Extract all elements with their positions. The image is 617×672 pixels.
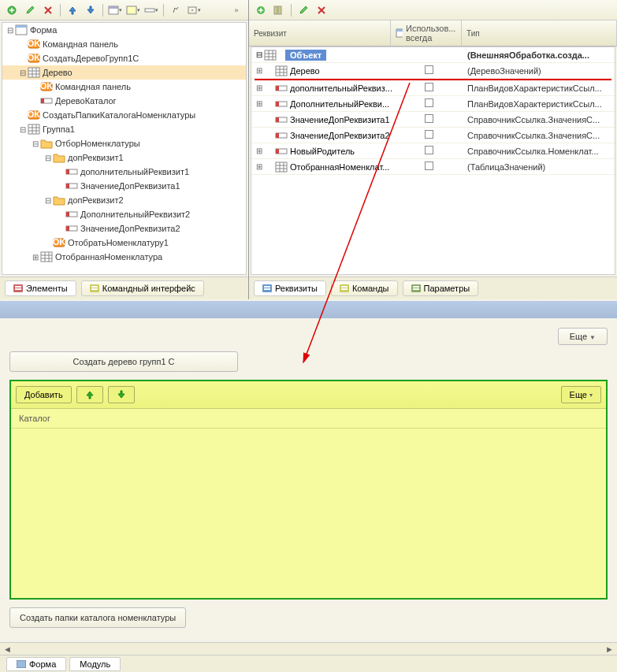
svg-rect-39 xyxy=(41,252,52,262)
expand-icon[interactable]: ⊟ xyxy=(18,125,28,134)
tab-elements[interactable]: Элементы xyxy=(5,280,76,296)
attribute-row[interactable]: ⊞ДополнительныйРекви...ПланВидовХарактер… xyxy=(251,96,615,112)
tool1-icon[interactable] xyxy=(168,2,184,18)
tree-item[interactable]: ⊟допРеквизит2 xyxy=(2,193,246,207)
expand-icon[interactable]: ⊟ xyxy=(6,26,15,35)
columns-icon[interactable] xyxy=(271,2,287,18)
chevron-icon[interactable]: » xyxy=(229,2,244,18)
panel1-icon[interactable]: ▾ xyxy=(107,2,123,18)
checkbox[interactable] xyxy=(425,162,433,170)
scroll-left-icon[interactable]: ◄ xyxy=(0,644,15,654)
svg-rect-87 xyxy=(413,286,419,288)
tab-label: Форма xyxy=(29,659,56,669)
add-button[interactable]: Добавить xyxy=(16,386,72,403)
col-type[interactable]: Тип xyxy=(462,20,617,46)
add-icon[interactable] xyxy=(4,2,20,18)
tree-item[interactable]: ·OKСоздатьДеревоГрупп1С xyxy=(2,51,246,65)
svg-rect-45 xyxy=(15,286,21,288)
delete-icon[interactable] xyxy=(40,2,56,18)
tab-command-interface[interactable]: Командный интерфейс xyxy=(81,280,204,296)
svg-rect-82 xyxy=(264,288,270,290)
expand-icon[interactable]: ⊟ xyxy=(43,154,53,162)
scroll-right-icon[interactable]: ► xyxy=(602,644,617,654)
col-use-always[interactable]: Использов... всегда xyxy=(391,20,462,46)
attribute-row[interactable]: ⊞Дерево(ДеревоЗначений) xyxy=(251,63,615,79)
tree-item[interactable]: ⊟допРеквизит1 xyxy=(2,150,246,165)
col-attribute[interactable]: Реквизит xyxy=(249,20,391,46)
attribute-row[interactable]: ⊞дополнительныйРеквиз...ПланВидовХаракте… xyxy=(251,80,615,96)
edit-icon[interactable] xyxy=(22,2,38,18)
tab-attributes[interactable]: Реквизиты xyxy=(254,280,326,296)
tree-label: Форма xyxy=(30,25,57,35)
expand-icon[interactable]: ⊞ xyxy=(255,84,264,92)
tree-item[interactable]: ·дополнительныйРеквизит1 xyxy=(2,165,246,179)
field-icon xyxy=(65,180,78,191)
checkbox[interactable] xyxy=(425,114,433,123)
tool2-icon[interactable]: ▾ xyxy=(186,2,202,18)
tab-commands[interactable]: Команды xyxy=(331,280,398,296)
checkbox[interactable] xyxy=(425,146,433,154)
attribute-row[interactable]: ⊟Объект(ВнешняяОбработка.созда... xyxy=(251,47,615,63)
panel3-icon[interactable]: ▾ xyxy=(143,2,159,18)
tab-module[interactable]: Модуль xyxy=(69,657,121,671)
expand-icon[interactable]: ⊞ xyxy=(255,66,264,75)
tree-item[interactable]: ⊟Группа1 xyxy=(2,122,246,136)
checkbox[interactable] xyxy=(425,65,433,74)
tree-item[interactable]: ·ДополнительныйРеквизит2 xyxy=(2,207,246,221)
grid-more-button[interactable]: Еще ▾ xyxy=(561,386,601,403)
attr-type: (ДеревоЗначений) xyxy=(464,66,615,76)
expand-icon[interactable]: ⊞ xyxy=(255,162,264,171)
tree-item[interactable]: ·OKКомандная панель xyxy=(2,80,246,94)
more-button[interactable]: Еще ▼ xyxy=(558,328,608,345)
up-icon[interactable] xyxy=(65,2,80,18)
tab-label: Параметры xyxy=(424,284,470,293)
more-label: Еще xyxy=(570,390,587,399)
expand-icon[interactable]: ⊞ xyxy=(31,253,40,262)
svg-rect-60 xyxy=(276,66,287,76)
tree-item[interactable]: ·OKСоздатьПапкиКаталогаНоменклатуры xyxy=(2,108,246,122)
horizontal-scrollbar[interactable]: ◄ ► xyxy=(0,642,617,655)
tree-label: ОтобраннаяНоменклатура xyxy=(55,252,162,262)
expand-icon[interactable]: ⊟ xyxy=(43,196,53,205)
svg-rect-89 xyxy=(17,660,26,668)
tree-item[interactable]: ⊟Форма xyxy=(2,23,246,37)
tree-item[interactable]: ⊟ОтборНоменклатуры xyxy=(2,136,246,150)
move-up-button[interactable] xyxy=(76,386,103,403)
svg-text:OK: OK xyxy=(40,81,53,91)
tree-item[interactable]: ·ДеревоКаталог xyxy=(2,94,246,108)
grid-icon xyxy=(275,162,288,173)
checkbox[interactable] xyxy=(425,130,433,139)
svg-rect-85 xyxy=(341,288,348,290)
expand-icon[interactable]: ⊟ xyxy=(31,139,40,148)
folder-icon xyxy=(40,138,53,149)
edit-icon[interactable] xyxy=(295,2,311,18)
grid-body[interactable] xyxy=(11,429,606,598)
grid-column-catalog[interactable]: Каталог xyxy=(11,409,606,429)
attribute-row[interactable]: ⊞НовыйРодительСправочникСсылка.Номенклат… xyxy=(251,143,615,159)
checkbox[interactable] xyxy=(425,83,433,91)
tab-form[interactable]: Форма xyxy=(6,657,66,671)
tab-parameters[interactable]: Параметры xyxy=(403,280,479,296)
tree-item[interactable]: ⊟Дерево xyxy=(2,65,246,80)
tree-item[interactable]: ·ЗначениеДопРеквизита2 xyxy=(2,221,246,236)
attribute-row[interactable]: ·ЗначениеДопРеквизита2СправочникСсылка.З… xyxy=(251,128,615,143)
checkbox[interactable] xyxy=(425,98,433,107)
move-down-button[interactable] xyxy=(108,386,135,403)
expand-icon[interactable]: ⊞ xyxy=(255,99,264,108)
down-icon[interactable] xyxy=(83,2,98,18)
tree-item[interactable]: ·OKОтобратьНоменклатуру1 xyxy=(2,236,246,250)
expand-icon[interactable]: ⊞ xyxy=(255,147,264,155)
delete-icon[interactable] xyxy=(314,2,329,18)
attribute-row[interactable]: ⊞ОтобраннаяНоменклат...(ТаблицаЗначений) xyxy=(251,159,615,175)
tree-item[interactable]: ⊞ОтобраннаяНоменклатура xyxy=(2,250,246,264)
tree-item[interactable]: ·OKКомандная панель xyxy=(2,37,246,51)
tree-item[interactable]: ·ЗначениеДопРеквизита1 xyxy=(2,179,246,193)
panel2-icon[interactable]: ▾ xyxy=(125,2,141,18)
expand-icon[interactable]: ⊟ xyxy=(18,69,28,77)
svg-rect-70 xyxy=(276,117,279,122)
create-folders-button[interactable]: Создать папки каталога номенклатуры xyxy=(9,607,186,628)
attribute-row[interactable]: ·ЗначениеДопРеквизита1СправочникСсылка.З… xyxy=(251,112,615,128)
preview-separator xyxy=(0,301,617,318)
add-column-icon[interactable] xyxy=(253,2,269,18)
create-tree-button[interactable]: Создать дерево групп1 С xyxy=(9,351,238,372)
